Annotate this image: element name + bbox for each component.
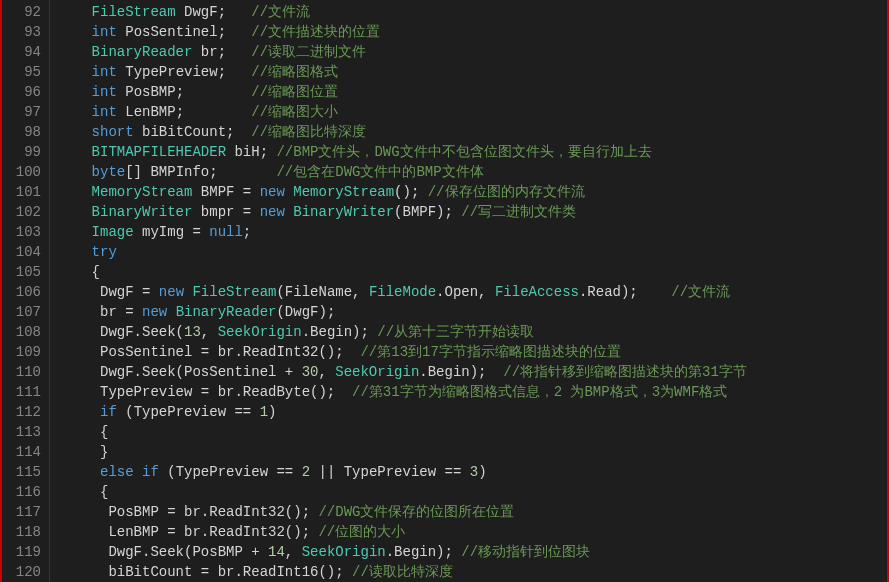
code-line[interactable]: FileStream DwgF; //文件流 [58,2,887,22]
code-line[interactable]: TypePreview = br.ReadByte(); //第31字节为缩略图… [58,382,887,402]
line-number: 113 [8,422,41,442]
line-number: 99 [8,142,41,162]
line-number: 120 [8,562,41,582]
code-line[interactable]: int TypePreview; //缩略图格式 [58,62,887,82]
code-line[interactable]: int LenBMP; //缩略图大小 [58,102,887,122]
code-line[interactable]: DwgF.Seek(PosBMP + 14, SeekOrigin.Begin)… [58,542,887,562]
code-line[interactable]: else if (TypePreview == 2 || TypePreview… [58,462,887,482]
line-number: 93 [8,22,41,42]
code-line[interactable]: PosSentinel = br.ReadInt32(); //第13到17字节… [58,342,887,362]
code-line[interactable]: LenBMP = br.ReadInt32(); //位图的大小 [58,522,887,542]
line-number: 108 [8,322,41,342]
code-line[interactable]: BinaryWriter bmpr = new BinaryWriter(BMP… [58,202,887,222]
code-line[interactable]: { [58,482,887,502]
code-line[interactable]: biBitCount = br.ReadInt16(); //读取比特深度 [58,562,887,582]
line-number: 98 [8,122,41,142]
line-number: 111 [8,382,41,402]
code-line[interactable]: int PosBMP; //缩略图位置 [58,82,887,102]
line-number: 109 [8,342,41,362]
line-number: 97 [8,102,41,122]
line-number: 106 [8,282,41,302]
line-number: 104 [8,242,41,262]
code-line[interactable]: } [58,442,887,462]
code-line[interactable]: byte[] BMPInfo; //包含在DWG文件中的BMP文件体 [58,162,887,182]
code-line[interactable]: BinaryReader br; //读取二进制文件 [58,42,887,62]
code-line[interactable]: int PosSentinel; //文件描述块的位置 [58,22,887,42]
code-line[interactable]: try [58,242,887,262]
line-number: 117 [8,502,41,522]
code-editor[interactable]: 9293949596979899100101102103104105106107… [0,0,889,582]
line-number: 102 [8,202,41,222]
line-number: 112 [8,402,41,422]
code-line[interactable]: br = new BinaryReader(DwgF); [58,302,887,322]
code-line[interactable]: { [58,422,887,442]
line-number: 118 [8,522,41,542]
code-line[interactable]: { [58,262,887,282]
code-line[interactable]: short biBitCount; //缩略图比特深度 [58,122,887,142]
line-number: 92 [8,2,41,22]
line-number: 114 [8,442,41,462]
line-number: 115 [8,462,41,482]
line-number: 107 [8,302,41,322]
line-number: 110 [8,362,41,382]
line-number-gutter: 9293949596979899100101102103104105106107… [2,0,50,582]
line-number: 105 [8,262,41,282]
line-number: 96 [8,82,41,102]
line-number: 101 [8,182,41,202]
code-line[interactable]: BITMAPFILEHEADER biH; //BMP文件头，DWG文件中不包含… [58,142,887,162]
line-number: 103 [8,222,41,242]
line-number: 94 [8,42,41,62]
code-area[interactable]: FileStream DwgF; //文件流 int PosSentinel; … [50,0,887,582]
code-line[interactable]: DwgF.Seek(PosSentinel + 30, SeekOrigin.B… [58,362,887,382]
line-number: 116 [8,482,41,502]
line-number: 119 [8,542,41,562]
code-line[interactable]: if (TypePreview == 1) [58,402,887,422]
code-line[interactable]: PosBMP = br.ReadInt32(); //DWG文件保存的位图所在位… [58,502,887,522]
line-number: 100 [8,162,41,182]
code-line[interactable]: MemoryStream BMPF = new MemoryStream(); … [58,182,887,202]
line-number: 95 [8,62,41,82]
code-line[interactable]: DwgF.Seek(13, SeekOrigin.Begin); //从第十三字… [58,322,887,342]
code-line[interactable]: Image myImg = null; [58,222,887,242]
code-line[interactable]: DwgF = new FileStream(FileName, FileMode… [58,282,887,302]
